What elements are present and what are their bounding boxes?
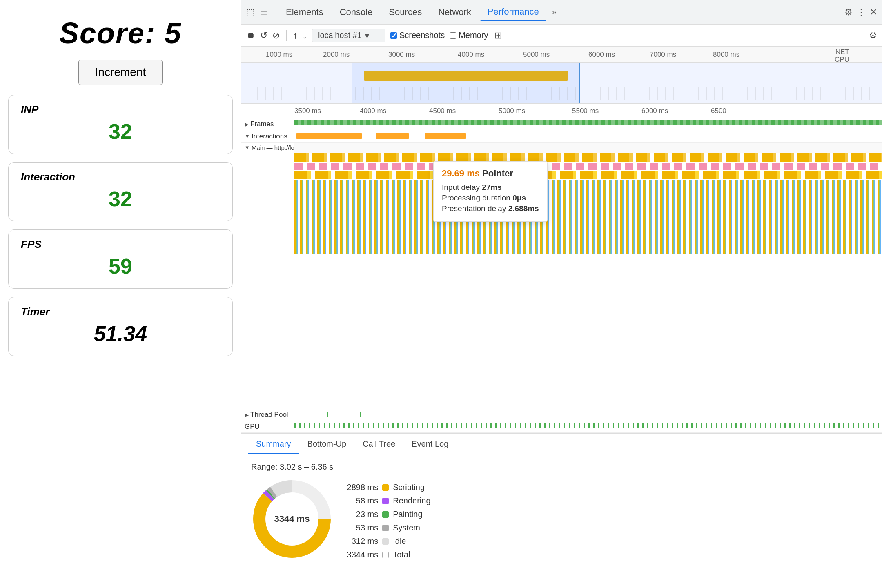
metric-value-inp: 32 [21, 119, 220, 144]
timeline-main: 3500 ms 4000 ms 4500 ms 5000 ms 5500 ms … [241, 104, 882, 433]
tooltip: 29.69 ms Pointer Input delay 27ms Proces… [433, 161, 548, 222]
memory-checkbox-label[interactable]: Memory [450, 31, 488, 40]
ruler-4000: 4000 ms [458, 51, 484, 59]
tab-event-log[interactable]: Event Log [403, 435, 457, 454]
metric-cards: INP 32 Interaction 32 FPS 59 Timer 51.34 [8, 95, 233, 356]
interactions-arrow[interactable]: ▼ [245, 133, 250, 139]
more-options-icon[interactable]: ⋮ [857, 7, 866, 18]
flame-yellow-row2 [294, 171, 882, 179]
interaction-bar-1[interactable] [296, 133, 362, 139]
summary-left: Range: 3.02 s – 6.36 s [251, 462, 333, 580]
legend-label-rendering: Rendering [393, 496, 430, 506]
screenshots-label: Screenshots [399, 31, 445, 40]
tooltip-presentation: Presentation delay 2.688ms [442, 204, 539, 213]
thread-pool-label: ▶ Thread Pool [241, 409, 294, 421]
screenshots-checkbox-label[interactable]: Screenshots [390, 31, 445, 40]
metric-card-timer: Timer 51.34 [8, 297, 233, 356]
main-flame-content[interactable]: 29.69 ms Pointer Input delay 27ms Proces… [294, 153, 882, 409]
metric-value-interaction: 32 [21, 187, 220, 211]
url-dropdown-icon[interactable]: ▾ [365, 31, 369, 40]
screenshot-strip [241, 87, 882, 100]
thread-pool-track: ▶ Thread Pool [241, 409, 882, 421]
tab-bottom-up[interactable]: Bottom-Up [299, 435, 355, 454]
record-icon[interactable]: ⏺ [246, 30, 255, 41]
reload-icon[interactable]: ↺ [260, 30, 267, 41]
legend-dot-rendering [382, 498, 389, 504]
ruler2-4000: 4000 ms [360, 107, 386, 115]
legend-row-scripting: 2898 ms Scripting [345, 483, 430, 492]
tooltip-processing: Processing duration 0μs [442, 194, 539, 203]
settings-icon[interactable]: ⚙ [844, 7, 853, 18]
donut-center-label: 3344 ms [274, 514, 310, 524]
interactions-label-text: Interactions [252, 132, 287, 140]
thread-pool-content [294, 409, 882, 421]
frames-label: ▶ Frames [241, 118, 294, 130]
main-arrow[interactable]: ▼ [245, 145, 250, 151]
threadpool-bar-1 [327, 412, 328, 417]
separator [275, 7, 275, 18]
settings-toolbar-icon[interactable]: ⚙ [869, 30, 877, 41]
clear-icon[interactable]: ⊘ [272, 30, 280, 41]
toolbar-sep [286, 30, 287, 41]
ruler2-4500: 4500 ms [429, 107, 456, 115]
ruler-8000: 8000 ms [713, 51, 739, 59]
device-icon[interactable]: ▭ [260, 7, 268, 18]
tab-call-tree[interactable]: Call Tree [354, 435, 403, 454]
close-icon[interactable]: ✕ [870, 7, 877, 18]
range-text: Range: 3.02 s – 6.36 s [251, 462, 333, 472]
tab-sources[interactable]: Sources [381, 4, 429, 21]
metric-card-interaction: Interaction 32 [8, 162, 233, 221]
more-tabs-icon[interactable]: » [548, 7, 561, 17]
legend-label-idle: Idle [393, 537, 406, 546]
tab-network[interactable]: Network [431, 4, 479, 21]
frames-label-text: Frames [250, 120, 274, 128]
ruler2-3500: 3500 ms [294, 107, 321, 115]
screenshots-checkbox[interactable] [390, 32, 397, 39]
tab-performance[interactable]: Performance [480, 3, 546, 21]
memory-label: Memory [459, 31, 488, 40]
legend-dot-idle [382, 538, 389, 545]
legend-dot-painting [382, 511, 389, 518]
legend-row-rendering: 58 ms Rendering [345, 496, 430, 506]
interaction-bar-2[interactable] [376, 133, 409, 139]
frames-arrow[interactable]: ▶ [245, 121, 249, 127]
frames-track: ▶ Frames [241, 118, 882, 130]
tab-console[interactable]: Console [332, 4, 380, 21]
increment-button[interactable]: Increment [78, 60, 163, 85]
ruler-6000: 6000 ms [588, 51, 615, 59]
timeline-overview[interactable] [241, 63, 882, 104]
legend-ms-rendering: 58 ms [345, 496, 378, 506]
flame-icon[interactable]: ⊞ [494, 30, 502, 41]
metric-card-inp: INP 32 [8, 95, 233, 154]
ruler2-6000: 6000 ms [641, 107, 668, 115]
ruler-1000: 1000 ms [266, 51, 292, 59]
interaction-bar-3[interactable] [425, 133, 466, 139]
inspect-icon[interactable]: ⬚ [246, 7, 255, 18]
legend-row-total: 3344 ms Total [345, 550, 430, 559]
legend-row-painting: 23 ms Painting [345, 510, 430, 519]
ruler-2000: 2000 ms [323, 51, 350, 59]
interactions-label: ▼ Interactions [241, 130, 294, 142]
legend-dot-scripting [382, 484, 389, 491]
gpu-track: GPU [241, 421, 882, 433]
ruler-3000: 3000 ms [388, 51, 415, 59]
devtools-toolbar: ⏺ ↺ ⊘ ↑ ↓ localhost #1 ▾ Screenshots Mem… [241, 24, 882, 47]
bottom-content: Range: 3.02 s – 6.36 s [241, 454, 882, 588]
legend-label-system: System [393, 523, 420, 532]
tooltip-processing-val: 0μs [512, 194, 526, 202]
flame-yellow-row1 [294, 153, 882, 162]
url-label: localhost #1 [318, 31, 362, 40]
flame-mixed-rows [294, 180, 882, 254]
bottom-tabs: Summary Bottom-Up Call Tree Event Log [241, 434, 882, 454]
download-icon[interactable]: ↓ [303, 30, 307, 41]
metric-label-timer: Timer [21, 305, 220, 318]
tab-elements[interactable]: Elements [278, 4, 331, 21]
tooltip-input-delay-val: 27ms [482, 183, 502, 192]
memory-checkbox[interactable] [450, 32, 456, 39]
threadpool-arrow[interactable]: ▶ [245, 412, 249, 418]
upload-icon[interactable]: ↑ [293, 30, 298, 41]
bottom-panel: Summary Bottom-Up Call Tree Event Log Ra… [241, 433, 882, 588]
url-selector[interactable]: localhost #1 ▾ [312, 29, 385, 42]
frames-green-bar [294, 120, 882, 125]
tab-summary[interactable]: Summary [248, 435, 299, 454]
